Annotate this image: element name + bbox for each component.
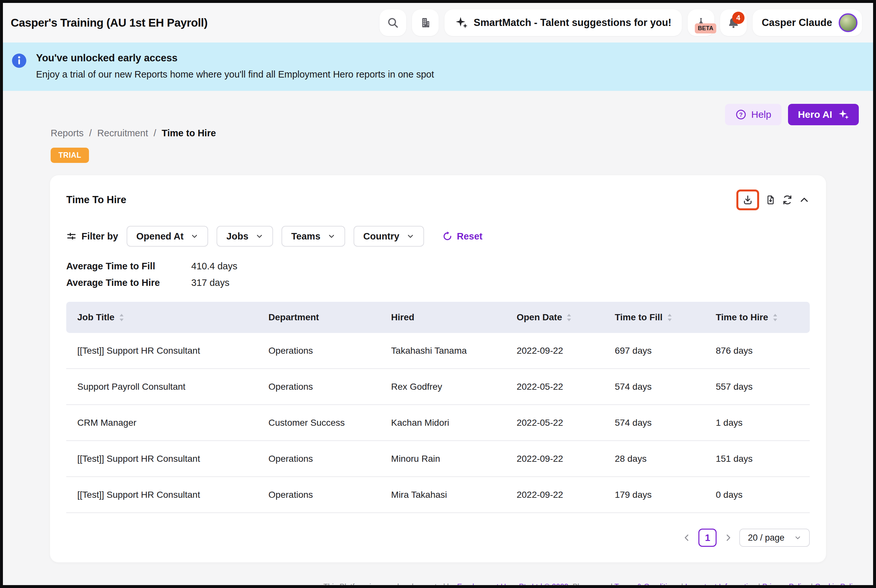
cell-open-date: 2022-05-22 [517,418,615,428]
chevron-down-icon [191,232,198,240]
trial-badge: TRIAL [51,148,89,163]
avg-time-to-fill-value: 410.4 days [191,261,810,272]
cell-time-to-fill: 179 days [615,490,715,500]
cell-time-to-hire: 151 days [715,454,799,464]
avg-time-to-fill-label: Average Time to Fill [66,261,191,272]
cell-time-to-hire: 557 days [715,382,799,392]
banner-text: You've unlocked early access Enjoy a tri… [36,52,434,80]
breadcrumb-current: Time to Hire [162,128,216,139]
reset-icon [442,231,452,242]
cell-open-date: 2022-05-22 [517,382,615,392]
table-row: CRM Manager Customer Success Kachan Mido… [66,405,810,441]
organisation-button[interactable] [412,9,439,36]
help-button[interactable]: Help [725,104,782,125]
cell-time-to-hire: 0 days [715,490,799,500]
cell-hired: Takahashi Tanama [391,346,517,356]
banner-body: Enjoy a trial of our new Reports home wh… [36,69,434,80]
column-label: Department [269,312,319,322]
cell-time-to-fill: 28 days [615,454,715,464]
cell-job-title: Support Payroll Consultant [77,382,269,392]
chevron-down-icon [794,534,801,541]
averages-summary: Average Time to Fill 410.4 days Average … [66,261,810,288]
column-label: Job Title [77,312,115,322]
cell-time-to-fill: 697 days [615,346,715,356]
cell-department: Customer Success [269,418,391,428]
cell-job-title: [[Test]] Support HR Consultant [77,346,269,356]
chevron-down-icon [407,232,414,240]
info-icon [11,53,27,69]
cell-hired: Mira Takahasi [391,490,517,500]
footer-important-info-link[interactable]: Important Information [685,582,756,588]
next-page-icon[interactable] [723,533,733,543]
export-file-icon[interactable] [765,194,776,206]
previous-page-icon[interactable] [682,533,692,543]
cell-department: Operations [269,382,391,392]
column-job-title[interactable]: Job Title [77,312,269,322]
page-size-select[interactable]: 20 / page [739,529,810,547]
filter-teams[interactable]: Teams [281,226,345,247]
sort-icon [772,313,778,322]
footer-company-link[interactable]: Employment Hero Pty Ltd © 2023 [457,582,568,588]
footer-privacy-link[interactable]: Privacy Policy [762,582,809,588]
page-size-value: 20 / page [748,533,784,543]
chevron-down-icon [328,232,335,240]
cell-open-date: 2022-09-22 [517,346,615,356]
cell-time-to-hire: 1 days [715,418,799,428]
column-department: Department [269,312,391,322]
breadcrumb-reports[interactable]: Reports [51,128,84,139]
cell-hired: Rex Godfrey [391,382,517,392]
table-row: [[Test]] Support HR Consultant Operation… [66,477,810,513]
user-menu[interactable]: Casper Claude [753,9,862,36]
filter-jobs[interactable]: Jobs [216,226,273,247]
smartmatch-button[interactable]: SmartMatch - Talent suggestions for you! [445,9,682,36]
top-bar: Casper's Training (AU 1st EH Payroll) Sm… [3,3,873,42]
filter-country-label: Country [363,231,400,242]
notification-badge: 4 [732,12,744,24]
footer-cookie-link[interactable]: Cookie Policy [815,582,860,588]
page-number-current[interactable]: 1 [699,529,717,547]
sort-icon [667,313,672,322]
beta-lab-button[interactable]: BETA [688,9,714,36]
breadcrumb: Reports / Recruitment / Time to Hire [51,128,873,139]
column-open-date[interactable]: Open Date [517,312,615,322]
cell-job-title: CRM Manager [77,418,269,428]
beta-badge: BETA [695,23,716,33]
download-icon[interactable] [742,194,753,206]
column-time-to-fill[interactable]: Time to Fill [615,312,715,322]
cell-open-date: 2022-09-22 [517,454,615,464]
avatar [838,13,858,32]
avg-time-to-hire-value: 317 days [191,278,810,288]
sparkle-icon [838,109,849,120]
column-label: Hired [391,312,415,322]
filter-sliders-icon [66,231,77,242]
card-header: Time To Hire [66,189,810,210]
breadcrumb-recruitment[interactable]: Recruitment [98,128,148,139]
column-time-to-hire[interactable]: Time to Hire [715,312,799,322]
filter-opened-at[interactable]: Opened At [127,226,209,247]
search-icon [387,16,399,29]
app-window: Casper's Training (AU 1st EH Payroll) Sm… [0,0,876,588]
time-to-hire-table: Job Title Department Hired Open Date T [66,302,810,513]
sparkle-icon [455,16,468,29]
filter-teams-label: Teams [291,231,320,242]
column-hired: Hired [391,312,517,322]
cell-time-to-fill: 574 days [615,382,715,392]
reset-filters-button[interactable]: Reset [442,231,482,242]
cell-hired: Minoru Rain [391,454,517,464]
filter-by-label: Filter by [66,231,118,242]
hero-ai-button[interactable]: Hero AI [788,104,859,125]
search-button[interactable] [380,9,406,36]
footer-terms-link[interactable]: Terms & Conditions [614,582,679,588]
column-label: Time to Hire [715,312,768,322]
filter-country[interactable]: Country [353,226,424,247]
sort-icon [566,313,572,322]
report-title: Time To Hire [66,194,126,206]
banner-title: You've unlocked early access [36,52,434,64]
refresh-icon[interactable] [782,194,793,206]
footer-separator: | [756,582,762,588]
main-content: Help Hero AI Reports / Recruitment / Tim… [3,91,873,588]
notifications-button[interactable]: 4 [720,9,747,36]
pagination: 1 20 / page [66,529,810,547]
page-actions: Help Hero AI [3,91,873,125]
collapse-chevron-up-icon[interactable] [799,194,810,206]
